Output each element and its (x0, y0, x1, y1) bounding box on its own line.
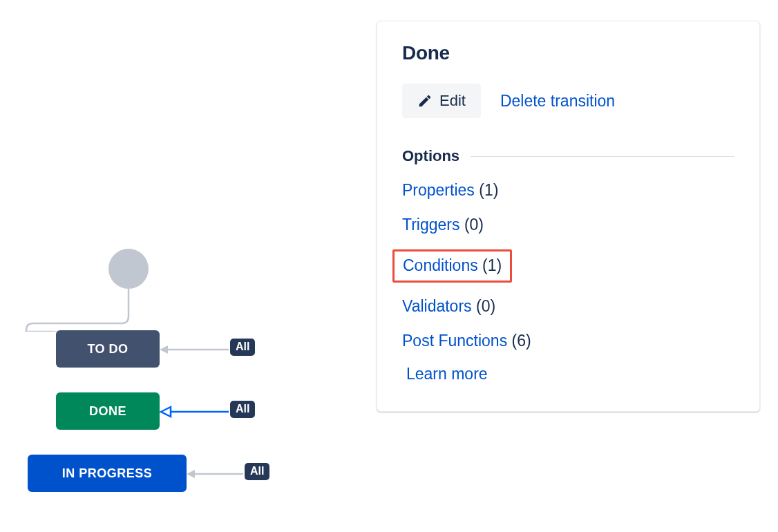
connector-start-to-todo (25, 289, 130, 332)
svg-marker-6 (187, 470, 195, 478)
svg-marker-2 (160, 345, 168, 354)
transition-arrow-inprogress[interactable] (187, 467, 247, 481)
status-node-inprogress[interactable]: IN PROGRESS (28, 455, 187, 492)
option-label: Validators (402, 297, 472, 315)
option-count: (0) (476, 297, 495, 315)
panel-title: Done (402, 42, 734, 64)
edit-button[interactable]: Edit (402, 84, 481, 118)
transition-arrow-todo[interactable] (160, 343, 232, 357)
option-label: Properties (402, 181, 475, 199)
delete-label: Delete transition (500, 92, 615, 110)
badge-label: All (236, 341, 249, 352)
transition-panel: Done Edit Delete transition Options Prop… (377, 21, 760, 412)
badge-label: All (236, 403, 249, 415)
status-label: TO DO (87, 342, 128, 357)
edit-label: Edit (439, 92, 466, 110)
option-count: (6) (512, 332, 531, 350)
option-count: (1) (482, 256, 502, 274)
options-list: Properties (1) Triggers (0) Conditions (… (402, 180, 734, 383)
transition-arrow-done[interactable] (160, 405, 232, 419)
learn-more-link[interactable]: Learn more (406, 365, 488, 383)
start-node[interactable] (108, 249, 149, 289)
options-label: Options (402, 147, 459, 165)
delete-transition-link[interactable]: Delete transition (500, 92, 615, 111)
status-label: IN PROGRESS (62, 466, 153, 481)
option-properties[interactable]: Properties (1) (402, 180, 498, 201)
pencil-icon (417, 93, 433, 108)
learn-more-label: Learn more (406, 365, 488, 383)
option-label: Conditions (403, 256, 478, 274)
badge-label: All (250, 465, 264, 477)
option-label: Post Functions (402, 332, 507, 350)
option-triggers[interactable]: Triggers (0) (402, 215, 484, 236)
transition-badge-done[interactable]: All (230, 401, 255, 418)
options-header: Options (402, 147, 734, 165)
option-count: (1) (479, 181, 498, 199)
divider (471, 156, 734, 157)
option-conditions[interactable]: Conditions (1) (392, 249, 512, 283)
option-postfunctions[interactable]: Post Functions (6) (402, 331, 531, 352)
status-node-done[interactable]: DONE (56, 392, 160, 430)
option-label: Triggers (402, 216, 460, 234)
option-count: (0) (464, 216, 484, 234)
status-label: DONE (89, 404, 126, 419)
status-node-todo[interactable]: TO DO (56, 330, 160, 368)
transition-badge-todo[interactable]: All (230, 339, 255, 356)
option-validators[interactable]: Validators (0) (402, 296, 495, 317)
transition-badge-inprogress[interactable]: All (245, 463, 269, 480)
svg-marker-4 (161, 407, 171, 417)
panel-actions: Edit Delete transition (402, 84, 734, 118)
